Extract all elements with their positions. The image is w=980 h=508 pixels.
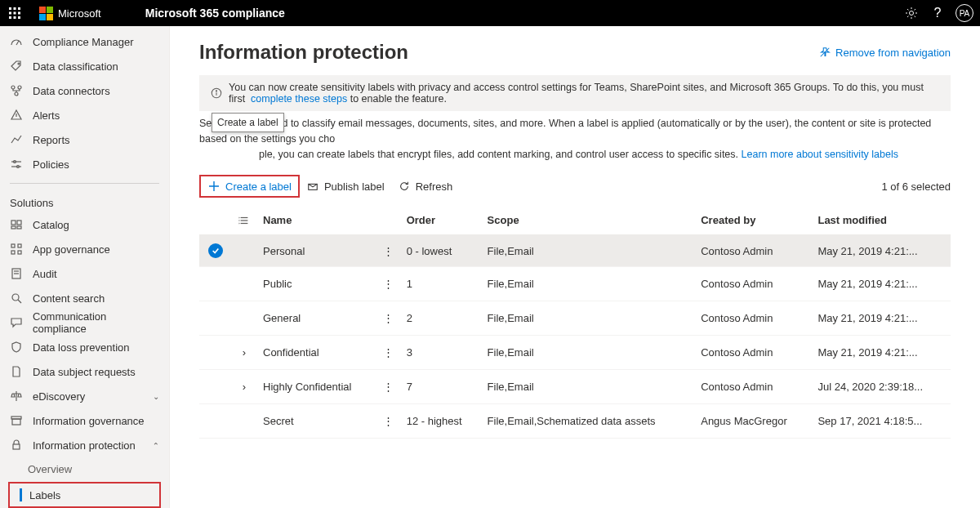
svg-rect-5 [18, 12, 20, 15]
sidebar-item-data-connectors[interactable]: Data connectors [0, 78, 169, 103]
plus-icon [207, 180, 220, 193]
svg-point-12 [11, 86, 15, 89]
nav-label: Data subject requests [33, 366, 136, 378]
col-last-modified[interactable]: Last modified [811, 206, 951, 235]
chevron-right-icon[interactable]: › [243, 381, 246, 393]
svg-point-13 [18, 86, 21, 89]
avatar-initials: PA [960, 9, 970, 18]
cell-name: Public [256, 267, 376, 301]
learn-more-link[interactable]: Learn more about sensitivity labels [742, 149, 898, 160]
svg-rect-6 [9, 16, 11, 19]
svg-rect-1 [14, 7, 16, 10]
cell-name: Confidential [256, 336, 376, 370]
row-checkbox[interactable] [208, 275, 223, 290]
sidebar-item-catalog[interactable]: Catalog [0, 212, 169, 237]
col-created-by[interactable]: Created by [694, 206, 811, 235]
svg-rect-26 [11, 251, 15, 254]
nav-label: Catalog [33, 219, 69, 231]
row-checkbox[interactable] [208, 378, 223, 393]
cell-last-modified: May 21, 2019 4:21:... [811, 301, 951, 336]
sidebar-subitem-labels[interactable]: Labels [10, 483, 159, 506]
table-row[interactable]: › Confidential ⋮ 3 File,Email Contoso Ad… [199, 336, 951, 370]
table-row[interactable]: General ⋮ 2 File,Email Contoso Admin May… [199, 301, 951, 336]
create-label-text: Create a label [225, 180, 292, 193]
sidebar-item-information-protection[interactable]: Information protection⌄ [0, 433, 169, 457]
col-name[interactable]: Name [256, 206, 376, 235]
table-row[interactable]: › Highly Confidential ⋮ 7 File,Email Con… [199, 370, 951, 404]
table-row[interactable]: Secret ⋮ 12 - highest File,Email,Schemat… [199, 404, 951, 439]
sidebar-item-information-governance[interactable]: Information governance [0, 408, 169, 433]
row-more-icon[interactable]: ⋮ [376, 404, 400, 439]
sidebar-subitem-overview[interactable]: Overview [0, 457, 169, 480]
row-checkbox[interactable] [208, 412, 223, 427]
info-bar-link[interactable]: complete these steps [251, 93, 347, 105]
svg-rect-25 [18, 244, 21, 247]
create-label-button[interactable]: Create a label [201, 176, 298, 196]
row-more-icon[interactable]: ⋮ [376, 370, 400, 404]
lock-icon [10, 439, 23, 452]
sidebar-item-audit[interactable]: Audit [0, 261, 169, 286]
col-order[interactable]: Order [400, 206, 481, 235]
refresh-button[interactable]: Refresh [391, 176, 460, 196]
list-view-icon[interactable] [232, 206, 256, 235]
svg-rect-7 [14, 16, 16, 19]
nav-label: App governance [33, 243, 110, 256]
archive-icon [10, 414, 23, 427]
help-icon[interactable]: ? [924, 0, 951, 26]
sidebar-item-ediscovery[interactable]: eDiscovery⌄ [0, 384, 169, 408]
publish-label-button[interactable]: Publish label [300, 176, 391, 196]
create-label-highlight: Create a label [199, 175, 300, 198]
nav-label: Compliance Manager [33, 36, 134, 48]
nav-label: Data classification [33, 60, 118, 73]
refresh-icon [398, 180, 411, 193]
cell-order: 3 [400, 336, 481, 370]
sidebar-item-compliance-manager[interactable]: Compliance Manager [0, 29, 169, 54]
svg-rect-27 [18, 251, 21, 254]
avatar[interactable]: PA [956, 4, 973, 22]
sidebar-item-policies[interactable]: Policies [0, 152, 169, 176]
sidebar-item-reports[interactable]: Reports [0, 127, 169, 152]
row-checkbox[interactable] [208, 310, 223, 324]
sliders-icon [10, 158, 23, 171]
sidebar-item-data-classification[interactable]: Data classification [0, 54, 169, 78]
chevron-right-icon[interactable]: › [243, 346, 246, 359]
svg-point-9 [910, 11, 914, 16]
col-scope[interactable]: Scope [481, 206, 695, 235]
remove-from-navigation-link[interactable]: Remove from navigation [819, 47, 951, 59]
chart-icon [10, 133, 23, 146]
tag-icon [10, 60, 23, 73]
nav-section-header: Solutions [0, 190, 169, 212]
table-row[interactable]: Public ⋮ 1 File,Email Contoso Admin May … [199, 267, 951, 301]
cell-scope: File,Email [481, 267, 695, 301]
sidebar-item-app-governance[interactable]: App governance [0, 237, 169, 261]
sidebar-item-alerts[interactable]: Alerts [0, 103, 169, 127]
sidebar-item-data-subject-requests[interactable]: Data subject requests [0, 359, 169, 384]
row-checkbox[interactable] [208, 243, 223, 258]
row-more-icon[interactable]: ⋮ [376, 301, 400, 336]
row-checkbox[interactable] [208, 344, 223, 359]
row-more-icon[interactable]: ⋮ [376, 235, 400, 267]
svg-point-11 [18, 63, 20, 65]
row-more-icon[interactable]: ⋮ [376, 267, 400, 301]
cell-name: Secret [256, 404, 376, 439]
main-content: Information protection Remove from navig… [170, 26, 980, 508]
row-more-icon[interactable]: ⋮ [376, 336, 400, 370]
cell-scope: File,Email [481, 301, 695, 336]
table-row[interactable]: Personal ⋮ 0 - lowest File,Email Contoso… [199, 235, 951, 267]
sidebar-item-communication-compliance[interactable]: Communication compliance [0, 310, 169, 335]
scale-icon [10, 390, 23, 403]
cell-last-modified: Sep 17, 2021 4:18:5... [811, 404, 951, 439]
selection-count: 1 of 6 selected [881, 180, 951, 193]
svg-rect-20 [11, 221, 16, 225]
waffle-icon[interactable] [7, 5, 23, 21]
info-bar-text-post: to enable the feature. [350, 93, 447, 105]
nav-label: Audit [33, 268, 57, 280]
sidebar-item-data-loss-prevention[interactable]: Data loss prevention [0, 335, 169, 359]
connector-icon [10, 84, 23, 97]
settings-icon[interactable] [898, 0, 924, 26]
chevron-down-icon: ⌄ [153, 392, 159, 401]
cell-last-modified: May 21, 2019 4:21:... [811, 235, 951, 267]
sidebar-item-content-search[interactable]: Content search [0, 286, 169, 310]
cell-created-by: Contoso Admin [694, 235, 811, 267]
nav-label: Data connectors [33, 85, 110, 97]
